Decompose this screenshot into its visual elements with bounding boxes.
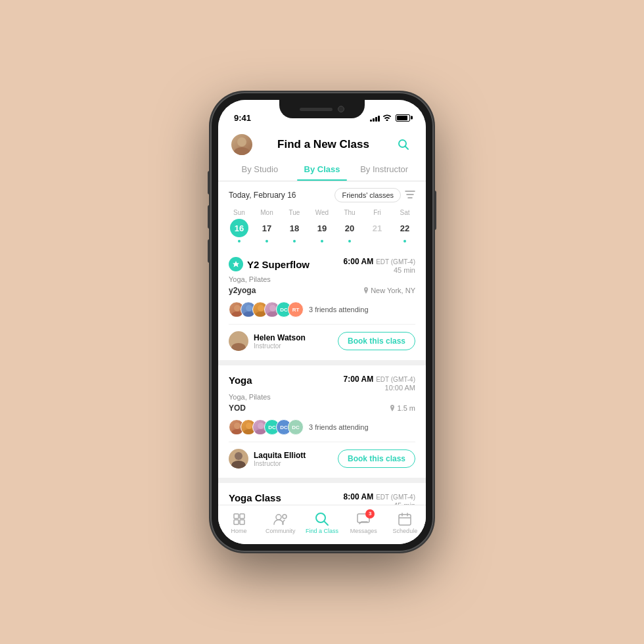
instructor-avatar-1 <box>229 331 248 351</box>
friends-classes-button[interactable]: Friends' classes <box>334 188 401 202</box>
instructor-name-2: Laquita Elliott <box>254 451 306 460</box>
nav-find-class[interactable]: Find a Class <box>306 512 338 534</box>
svg-line-46 <box>324 521 328 525</box>
svg-point-1 <box>234 147 250 155</box>
instructor-info-1: Helen Watson Instructor <box>229 331 306 351</box>
camera <box>338 106 344 112</box>
messages-icon: 3 <box>356 512 371 526</box>
signal-bar-2 <box>373 118 375 122</box>
nav-find-label: Find a Class <box>306 528 338 534</box>
phone-frame: 9:41 <box>210 92 434 552</box>
class-timezone-1: EDT (GMT-4) <box>376 258 415 265</box>
instructor-name-1: Helen Watson <box>254 333 306 342</box>
nav-messages-label: Messages <box>350 528 377 534</box>
battery-icon <box>396 114 410 122</box>
class-time-2: 7:00 AM <box>344 375 374 384</box>
nav-home[interactable]: Home <box>223 512 256 534</box>
svg-point-19 <box>246 423 252 429</box>
status-time: 9:41 <box>234 113 251 123</box>
cal-day-wed[interactable]: Wed 19 <box>309 209 335 242</box>
attendees-row-2: DC DC DC 3 friends attending <box>229 419 415 435</box>
svg-point-7 <box>234 305 241 311</box>
cal-day-thu[interactable]: Thu 20 <box>336 209 363 242</box>
avatar-group-1: DC RT <box>229 302 304 317</box>
class-second-time-2: 10:00 AM <box>344 384 415 392</box>
home-icon <box>232 512 246 526</box>
app-header: Find a New Class <box>218 129 426 155</box>
class-category-1: Yoga, Pilates <box>229 275 271 283</box>
svg-point-9 <box>246 305 252 311</box>
tab-by-class[interactable]: By Class <box>291 160 354 181</box>
signal-bar-1 <box>370 120 372 122</box>
class-icon-1 <box>229 257 243 271</box>
nav-community[interactable]: Community <box>264 512 297 534</box>
nav-home-label: Home <box>231 528 247 534</box>
nav-schedule[interactable]: Schedule <box>388 512 421 534</box>
wifi-icon <box>382 114 392 122</box>
nav-community-label: Community <box>265 528 296 534</box>
tab-bar: By Studio By Class By Instructor <box>218 155 426 181</box>
class-timezone-2: EDT (GMT-4) <box>376 376 415 383</box>
svg-point-0 <box>237 137 246 147</box>
page-title: Find a New Class <box>277 138 369 151</box>
speaker <box>300 108 333 111</box>
bottom-nav: Home Community <box>218 505 426 544</box>
svg-point-11 <box>258 305 264 311</box>
instructor-row-2: Laquita Elliott Instructor Book this cla… <box>229 442 415 469</box>
instructor-label-2: Instructor <box>254 460 306 467</box>
svg-point-13 <box>269 305 276 311</box>
class-duration-1: 45 min <box>344 266 415 274</box>
class-card-2: Yoga 7:00 AM EDT (GMT-4) 10:00 AM Yoga, … <box>218 365 426 478</box>
svg-rect-39 <box>234 514 239 518</box>
date-label: Today, February 16 <box>229 191 296 200</box>
class-studio-1: y2yoga <box>229 286 256 295</box>
notch <box>279 100 365 118</box>
app-content: Find a New Class By Studio By Class B <box>218 129 426 544</box>
instructor-label-1: Instructor <box>254 342 306 350</box>
book-button-2[interactable]: Book this class <box>338 449 415 468</box>
cal-day-fri[interactable]: Fri 21 <box>364 209 390 242</box>
class-time-1: 6:00 AM <box>344 257 374 266</box>
attendee-avatar-dc3: DC <box>288 419 304 435</box>
date-strip-header: Today, February 16 Friends' classes <box>218 181 426 206</box>
signal-bars <box>370 114 380 122</box>
nav-messages[interactable]: 3 Messages <box>347 512 380 534</box>
status-icons <box>370 114 410 122</box>
cal-day-mon[interactable]: Mon 17 <box>254 209 280 242</box>
svg-point-21 <box>258 423 264 429</box>
svg-rect-42 <box>240 520 244 524</box>
svg-rect-40 <box>240 514 244 518</box>
svg-point-43 <box>276 515 281 520</box>
instructor-row-1: Helen Watson Instructor Book this class <box>229 324 415 351</box>
class-time-3: 8:00 AM <box>344 492 374 501</box>
cal-day-sat[interactable]: Sat 22 <box>392 209 418 242</box>
phone-screen: 9:41 <box>218 100 426 544</box>
svg-point-15 <box>235 334 242 342</box>
svg-point-24 <box>231 461 246 469</box>
svg-point-44 <box>283 515 287 518</box>
nav-schedule-label: Schedule <box>393 528 418 534</box>
messages-badge: 3 <box>365 509 375 518</box>
user-avatar[interactable] <box>231 134 252 155</box>
class-category-2: Yoga, Pilates <box>229 393 271 401</box>
class-list: Y2 Superflow 6:00 AM EDT (GMT-4) 45 min … <box>218 248 426 505</box>
filter-icon[interactable] <box>405 190 415 201</box>
search-button[interactable] <box>394 135 413 154</box>
svg-point-16 <box>231 343 246 351</box>
svg-point-23 <box>235 452 242 460</box>
cal-day-tue[interactable]: Tue 18 <box>281 209 308 242</box>
book-button-1[interactable]: Book this class <box>338 332 415 350</box>
attendees-text-2: 3 friends attending <box>309 423 369 431</box>
svg-point-17 <box>234 423 241 429</box>
tab-by-studio[interactable]: By Studio <box>229 160 291 181</box>
attendees-text-1: 3 friends attending <box>309 306 369 313</box>
class-name-1: Y2 Superflow <box>247 259 310 270</box>
tab-by-instructor[interactable]: By Instructor <box>353 160 415 181</box>
class-location-1: New York, NY <box>363 287 415 294</box>
class-card-1: Y2 Superflow 6:00 AM EDT (GMT-4) 45 min … <box>218 248 426 360</box>
battery-fill <box>397 116 407 120</box>
svg-rect-48 <box>399 515 411 525</box>
attendees-row-1: DC RT 3 friends attending <box>229 302 415 317</box>
cal-day-sun[interactable]: Sun 16 <box>226 209 252 242</box>
calendar-row: Sun 16 Mon 17 Tue 18 Wed 19 <box>218 206 426 248</box>
